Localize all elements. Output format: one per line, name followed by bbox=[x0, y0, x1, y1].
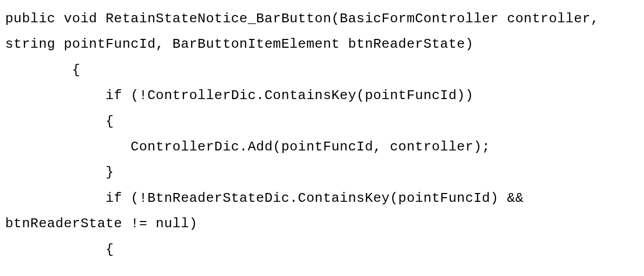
code-line-6: ControllerDic.Add(pointFuncId, controlle… bbox=[5, 139, 490, 155]
code-line-5: { bbox=[5, 114, 114, 129]
code-line-1: public void RetainStateNotice_BarButton(… bbox=[5, 11, 599, 26]
code-line-10: { bbox=[5, 242, 114, 257]
code-line-7: } bbox=[5, 164, 114, 180]
code-line-3: { bbox=[5, 62, 81, 78]
code-block: public void RetainStateNotice_BarButton(… bbox=[5, 6, 639, 263]
code-line-4: if (!ControllerDic.ContainsKey(pointFunc… bbox=[5, 88, 474, 103]
code-line-8: if (!BtnReaderStateDic.ContainsKey(point… bbox=[5, 190, 524, 206]
code-line-2: string pointFuncId, BarButtonItemElement… bbox=[5, 36, 474, 52]
code-line-9: btnReaderState != null) bbox=[5, 216, 197, 231]
